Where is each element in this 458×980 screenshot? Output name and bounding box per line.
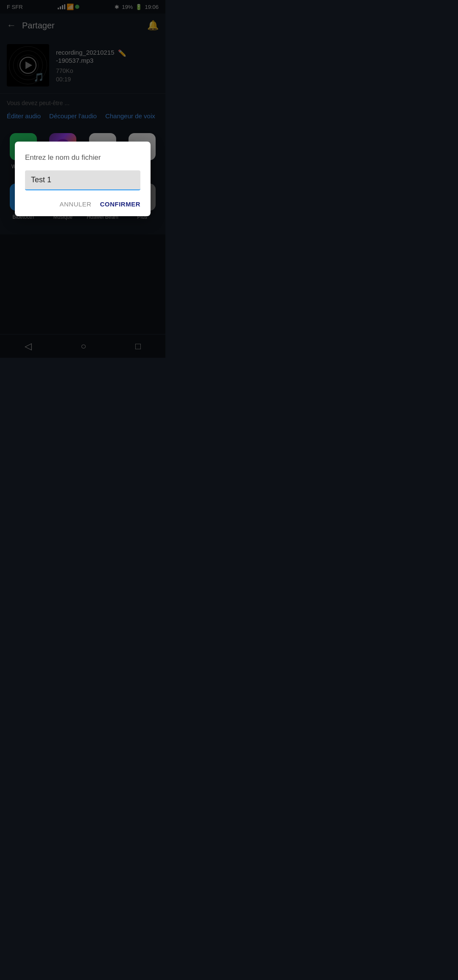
dialog-title: Entrez le nom du fichier	[25, 153, 140, 162]
dialog-overlay: Entrez le nom du fichier ANNULER CONFIRM…	[0, 0, 165, 358]
filename-input[interactable]	[25, 170, 140, 190]
dialog: Entrez le nom du fichier ANNULER CONFIRM…	[15, 142, 151, 216]
dialog-actions: ANNULER CONFIRMER	[25, 200, 140, 208]
confirm-button[interactable]: CONFIRMER	[100, 200, 140, 208]
cancel-button[interactable]: ANNULER	[59, 200, 91, 208]
